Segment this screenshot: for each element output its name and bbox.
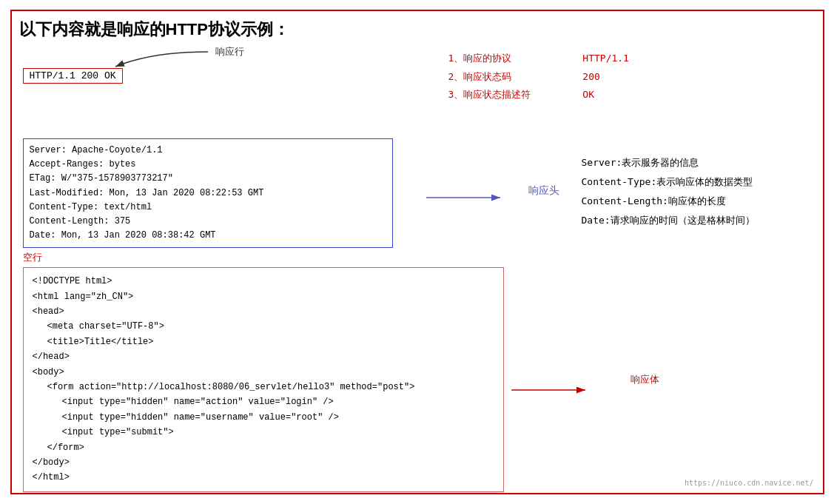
watermark: https://niuco.cdn.navice.net/ [685, 479, 814, 487]
right-top-annotations: 1、响应的协议 2、响应状态码 3、响应状态描述符 HTTP/1.1 200 O… [434, 50, 815, 109]
response-head-label: 响应头 [528, 183, 559, 198]
http-status-box: HTTP/1.1 200 OK [23, 67, 123, 81]
response-body-arrow [511, 379, 600, 401]
response-line-label: 响应行 [215, 44, 244, 58]
response-body-box: <!DOCTYPE html> <html lang="zh_CN"> <hea… [23, 267, 504, 491]
response-headers-box: Server: Apache-Coyote/1.1 Accept-Ranges:… [23, 138, 393, 248]
response-head-arrow [426, 187, 515, 209]
page-title: 以下内容就是响应的HTTP协议示例： [19, 19, 815, 41]
empty-line-label: 空行 [23, 249, 815, 264]
main-container: 以下内容就是响应的HTTP协议示例： 响应行 HTTP/1.1 200 OK [10, 10, 824, 494]
response-body-label: 响应体 [630, 372, 659, 386]
numbered-values: HTTP/1.1 200 OK [582, 50, 629, 104]
numbered-labels: 1、响应的协议 2、响应状态码 3、响应状态描述符 [448, 50, 531, 104]
